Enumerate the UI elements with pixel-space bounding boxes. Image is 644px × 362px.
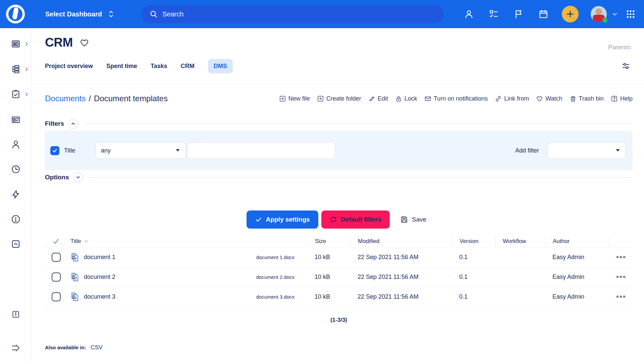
apply-settings-button[interactable]: Apply settings	[247, 210, 318, 229]
calendar-icon[interactable]	[538, 9, 548, 19]
dashboards-icon[interactable]	[11, 39, 21, 49]
link-icon	[495, 95, 502, 102]
row-actions-menu[interactable]	[609, 255, 633, 259]
users-icon[interactable]	[11, 139, 21, 149]
row-actions-menu[interactable]	[609, 295, 633, 298]
row-checkbox[interactable]	[52, 253, 61, 262]
info-icon[interactable]	[11, 310, 20, 319]
trash-bin-button[interactable]: Trash bin	[570, 95, 604, 102]
column-header-modified[interactable]: Modified	[350, 235, 452, 247]
updates-icon[interactable]	[11, 239, 21, 249]
export-footer: Also available in: CSV	[45, 344, 633, 351]
time-icon[interactable]	[11, 164, 21, 174]
select-all-checkmark-icon[interactable]	[45, 235, 67, 247]
document-filename: document 3.docx	[256, 294, 294, 300]
alerts-icon[interactable]	[11, 214, 21, 224]
flag-icon[interactable]	[514, 9, 524, 19]
cell-size: 10 kB	[306, 254, 350, 261]
column-header-workflow[interactable]: Workflow	[495, 235, 545, 247]
title-filter-label: Title	[64, 147, 75, 154]
cell-size: 10 kB	[306, 274, 350, 281]
quick-actions-bolt-icon[interactable]	[11, 189, 21, 199]
sliders-settings-icon[interactable]	[621, 61, 631, 71]
profile-icon[interactable]	[464, 9, 474, 19]
tasks-clipboard-icon[interactable]	[11, 89, 21, 99]
trash-icon	[570, 95, 577, 102]
tasks-icon[interactable]	[489, 9, 499, 19]
pencil-icon	[368, 95, 375, 102]
row-actions-menu[interactable]	[609, 275, 633, 279]
add-filter-label: Add filter	[515, 147, 539, 154]
row-checkbox[interactable]	[52, 292, 61, 301]
tasks-expand-chevron-icon[interactable]	[24, 92, 29, 97]
breadcrumb-documents-link[interactable]: Documents	[45, 94, 86, 103]
options-divider	[89, 177, 633, 178]
document-filename: document 2.docx	[256, 274, 294, 280]
apps-grid-icon[interactable]	[626, 9, 636, 19]
tab-tasks[interactable]: Tasks	[151, 59, 167, 73]
tab-dms[interactable]: DMS	[208, 59, 233, 73]
boards-icon[interactable]	[11, 115, 21, 125]
cell-author: Easy Admin	[545, 293, 609, 300]
project-tabs: Project overview Spent time Tasks CRM DM…	[45, 59, 233, 73]
app-logo[interactable]	[6, 5, 25, 23]
ellipsis-icon	[616, 295, 626, 298]
help-button[interactable]: Help	[611, 95, 633, 102]
tab-project-overview[interactable]: Project overview	[45, 59, 93, 73]
row-checkbox[interactable]	[52, 273, 61, 282]
csv-export-link[interactable]: CSV	[91, 344, 103, 351]
documents-table: Title Size Modified Version Workflow Aut…	[45, 235, 633, 307]
column-header-title[interactable]: Title	[67, 235, 306, 247]
help-icon	[611, 95, 618, 102]
table-row: W document 1 document 1.docx 10 kB 22 Se…	[45, 247, 633, 267]
filters-collapse-button[interactable]	[68, 119, 78, 129]
save-button[interactable]: Save	[395, 210, 431, 229]
notifications-button[interactable]: Turn on notifications	[424, 95, 488, 102]
add-filter-select[interactable]	[547, 142, 626, 159]
column-header-version[interactable]: Version	[452, 235, 495, 247]
operator-value: any	[101, 147, 111, 154]
title-filter-value-input[interactable]	[187, 142, 335, 159]
search-input[interactable]: Search	[142, 5, 444, 23]
title-filter-checkbox[interactable]	[50, 146, 59, 155]
watch-button[interactable]: Watch	[536, 95, 562, 102]
default-filters-button[interactable]: Default filters	[321, 210, 390, 229]
cell-modified: 22 Sep 2021 11:56 AM	[350, 274, 452, 281]
options-section-title: Options	[45, 174, 69, 181]
favorite-heart-icon[interactable]	[79, 38, 89, 48]
cell-author: Easy Admin	[545, 274, 609, 281]
document-link[interactable]: document 3	[84, 293, 115, 300]
edit-button[interactable]: Edit	[368, 95, 388, 102]
also-available-label: Also available in:	[45, 345, 86, 350]
cell-version: 0.1	[452, 293, 495, 300]
column-header-author[interactable]: Author	[545, 235, 609, 247]
word-file-icon: W	[70, 292, 79, 301]
dashboard-selector[interactable]: Select Dashboard	[45, 0, 115, 28]
collapse-menu-icon[interactable]	[11, 343, 21, 353]
document-link[interactable]: document 1	[84, 254, 115, 261]
lock-button[interactable]: Lock	[395, 95, 417, 102]
project-tree-expand-chevron-icon[interactable]	[24, 67, 29, 71]
user-menu-chevron-icon[interactable]	[611, 11, 618, 17]
tab-crm[interactable]: CRM	[181, 59, 195, 73]
chevron-up-icon	[71, 121, 75, 126]
search-placeholder: Search	[162, 10, 183, 18]
project-tree-icon[interactable]	[11, 64, 21, 74]
new-file-button[interactable]: New file	[279, 95, 310, 102]
user-avatar[interactable]	[591, 6, 607, 22]
dashboards-expand-chevron-icon[interactable]	[24, 42, 29, 46]
options-expand-button[interactable]	[73, 172, 83, 182]
create-folder-button[interactable]: Create folder	[317, 95, 361, 102]
column-header-size[interactable]: Size	[306, 235, 350, 247]
check-icon	[255, 216, 262, 223]
tab-spent-time[interactable]: Spent time	[106, 59, 137, 73]
parents-label: Parents:	[608, 44, 632, 51]
heart-icon	[536, 95, 543, 102]
add-button[interactable]	[562, 6, 579, 22]
link-from-button[interactable]: Link from	[495, 95, 529, 102]
title-operator-select[interactable]: any	[95, 142, 186, 159]
document-link[interactable]: document 2	[84, 274, 115, 281]
breadcrumb: Documents / Document templates	[45, 94, 168, 103]
check-icon	[52, 148, 57, 153]
column-header-actions	[609, 235, 633, 247]
